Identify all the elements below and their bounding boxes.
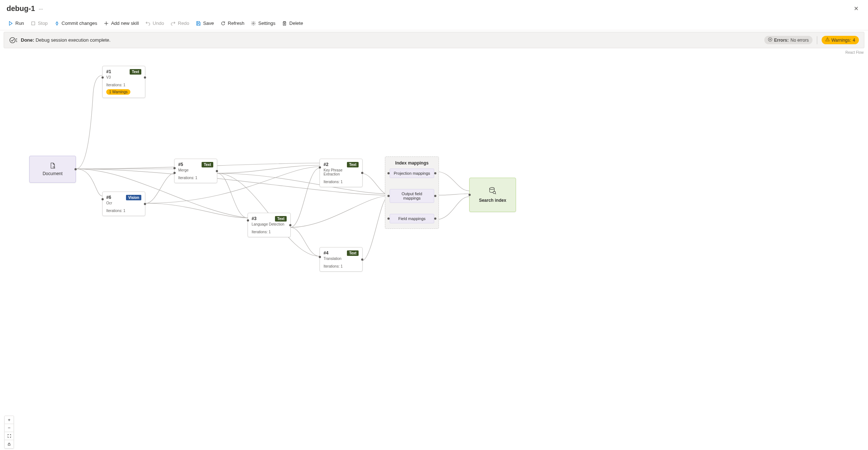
save-label: Save: [203, 20, 214, 26]
undo-button: Undo: [142, 19, 167, 28]
vision-badge: Vision: [126, 195, 141, 200]
warnings-value: 4: [853, 38, 855, 43]
delete-label: Delete: [289, 20, 303, 26]
canvas-controls: + −: [4, 416, 14, 449]
search-index-node[interactable]: Search index: [469, 178, 516, 212]
port-in[interactable]: [102, 76, 104, 79]
close-icon[interactable]: ✕: [851, 4, 861, 14]
skill-node-2[interactable]: #2Text Key Phrase Extraction Iterations:…: [320, 159, 363, 187]
node-id: #2: [324, 162, 328, 167]
skill-node-3[interactable]: #3Text Language Detection Iterations: 1: [248, 213, 291, 237]
node-id: #5: [178, 162, 183, 167]
port-in[interactable]: [247, 219, 249, 222]
run-button[interactable]: Run: [5, 19, 27, 28]
svg-point-19: [493, 191, 495, 193]
node-iterations: Iterations: 1: [106, 83, 141, 87]
page-title: debug-1: [7, 4, 35, 13]
plus-icon: [104, 21, 109, 26]
text-badge: Text: [347, 250, 359, 256]
port-in[interactable]: [319, 256, 321, 258]
commit-icon: [54, 21, 60, 26]
refresh-button[interactable]: Refresh: [218, 19, 248, 28]
zoom-in-button[interactable]: +: [5, 416, 14, 424]
status-text: Done: Debug session execution complete.: [21, 37, 111, 43]
node-iterations: Iterations: 1: [324, 180, 359, 184]
undo-icon: [145, 21, 150, 26]
text-badge: Text: [202, 162, 213, 167]
output-label: Output field mappings: [402, 192, 422, 200]
delete-button[interactable]: Delete: [279, 19, 306, 28]
projection-label: Projection mappings: [394, 171, 430, 175]
port-out[interactable]: [361, 172, 363, 174]
port-in[interactable]: [319, 166, 321, 169]
toolbar: Run Stop Commit changes Add new skill Un…: [0, 16, 868, 30]
more-icon[interactable]: ···: [39, 6, 43, 12]
port-in[interactable]: [102, 198, 104, 200]
field-mappings[interactable]: Field mappings: [390, 214, 434, 223]
zoom-out-button[interactable]: −: [5, 424, 14, 432]
refresh-label: Refresh: [228, 20, 245, 26]
port-out[interactable]: [289, 224, 291, 226]
port-out[interactable]: [434, 172, 436, 174]
port-out[interactable]: [144, 76, 146, 79]
svg-point-15: [827, 40, 827, 41]
save-button[interactable]: Save: [193, 19, 217, 28]
trash-icon: [282, 21, 287, 26]
port-in[interactable]: [173, 167, 176, 169]
errors-pill[interactable]: Errors: No errors: [764, 36, 812, 44]
play-icon: [8, 21, 13, 26]
skill-node-4[interactable]: #4Text Translation Iterations: 1: [320, 247, 363, 272]
svg-point-6: [253, 23, 254, 24]
add-skill-label: Add new skill: [111, 20, 139, 26]
flow-canvas[interactable]: React Flow: [0, 50, 868, 450]
settings-button[interactable]: Settings: [248, 19, 278, 28]
node-sub: Key Phrase Extraction: [324, 168, 359, 176]
header: debug-1 ··· ✕: [0, 0, 868, 16]
index-mappings-group: Index mappings Projection mappings Outpu…: [385, 156, 439, 229]
port-out[interactable]: [434, 218, 436, 220]
warnings-pill[interactable]: Warnings: 4: [822, 36, 859, 44]
projection-mappings[interactable]: Projection mappings: [390, 169, 434, 178]
undo-label: Undo: [153, 20, 164, 26]
errors-label: Errors:: [774, 38, 789, 43]
port-out[interactable]: [74, 168, 77, 170]
port-in[interactable]: [469, 194, 471, 196]
skill-node-6[interactable]: #6Vision Ocr Iterations: 1: [102, 192, 145, 216]
port-in[interactable]: [387, 172, 390, 174]
port-out[interactable]: [144, 203, 146, 205]
skill-node-1[interactable]: #1Text V3 Iterations: 1 1 Warnings: [102, 66, 145, 98]
add-skill-button[interactable]: Add new skill: [101, 19, 142, 28]
port-out[interactable]: [361, 258, 363, 261]
status-divider: [817, 36, 817, 44]
port-out[interactable]: [434, 195, 436, 197]
gear-icon: [251, 21, 256, 26]
redo-button: Redo: [168, 19, 192, 28]
node-sub: Translation: [324, 257, 359, 261]
output-field-mappings[interactable]: Output field mappings: [390, 189, 434, 203]
document-icon: [49, 162, 56, 169]
redo-label: Redo: [178, 20, 189, 26]
skill-node-5[interactable]: #5Text Merge Iterations: 1: [174, 159, 217, 183]
canvas-wrap: React Flow: [0, 50, 868, 450]
edges-layer: [0, 50, 868, 450]
status-done-msg: Debug session execution complete.: [35, 37, 110, 43]
stop-button: Stop: [28, 19, 51, 28]
commit-button[interactable]: Commit changes: [51, 19, 100, 28]
node-sub: V3: [106, 75, 141, 79]
port-in[interactable]: [387, 195, 390, 197]
node-id: #3: [252, 216, 256, 221]
svg-rect-0: [31, 22, 35, 25]
port-in[interactable]: [387, 218, 390, 220]
document-node[interactable]: Document: [29, 156, 76, 183]
status-done-label: Done:: [21, 37, 34, 43]
warning-icon: [825, 37, 830, 43]
fit-view-button[interactable]: [5, 432, 14, 440]
text-badge: Text: [347, 162, 359, 167]
port-out[interactable]: [216, 170, 218, 172]
refresh-icon: [221, 21, 226, 26]
port-in-2[interactable]: [173, 172, 176, 174]
field-label: Field mappings: [398, 216, 426, 221]
lock-button[interactable]: [5, 440, 14, 448]
done-icon: [9, 36, 17, 44]
status-bar: Done: Debug session execution complete. …: [4, 32, 864, 48]
